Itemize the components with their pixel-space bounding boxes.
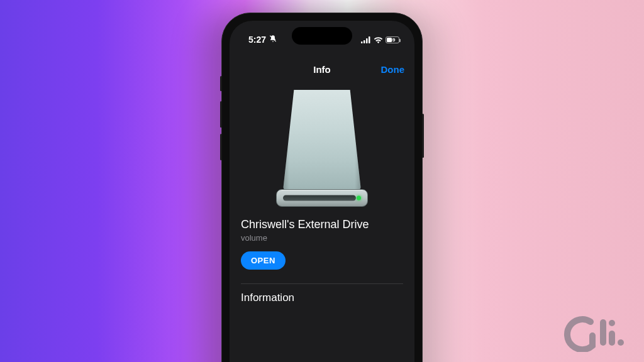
wifi-icon bbox=[374, 36, 383, 43]
drive-kind: volume bbox=[241, 233, 403, 243]
bell-slash-icon bbox=[269, 35, 277, 45]
page-title: Info bbox=[313, 64, 331, 75]
svg-rect-5 bbox=[609, 331, 615, 346]
drive-name: Chriswell's External Drive bbox=[241, 218, 403, 231]
silent-switch[interactable] bbox=[220, 76, 222, 91]
battery-indicator: 39 bbox=[386, 36, 399, 43]
svg-rect-1 bbox=[364, 40, 365, 43]
external-drive-icon bbox=[272, 90, 372, 207]
information-section-header: Information bbox=[230, 284, 414, 304]
svg-rect-0 bbox=[361, 41, 363, 43]
svg-point-6 bbox=[609, 320, 615, 326]
svg-rect-2 bbox=[366, 38, 368, 43]
open-button[interactable]: OPEN bbox=[241, 251, 286, 270]
iphone-frame: 5:27 bbox=[221, 13, 423, 362]
svg-rect-3 bbox=[369, 36, 370, 43]
status-time: 5:27 bbox=[248, 35, 266, 45]
volume-down-button[interactable] bbox=[220, 134, 222, 160]
power-button[interactable] bbox=[422, 114, 424, 158]
drive-icon-wrap bbox=[230, 90, 414, 207]
sheet-handle bbox=[230, 51, 414, 56]
dynamic-island bbox=[292, 27, 352, 45]
gt-watermark-icon bbox=[562, 315, 631, 354]
sheet-header: Info Done bbox=[230, 56, 414, 82]
drive-activity-led-icon bbox=[357, 196, 361, 200]
cellular-signal-icon bbox=[361, 36, 371, 43]
volume-up-button[interactable] bbox=[220, 101, 222, 128]
done-button[interactable]: Done bbox=[381, 64, 405, 75]
svg-rect-4 bbox=[600, 319, 606, 346]
phone-screen: 5:27 bbox=[230, 21, 414, 362]
svg-rect-7 bbox=[618, 339, 624, 346]
